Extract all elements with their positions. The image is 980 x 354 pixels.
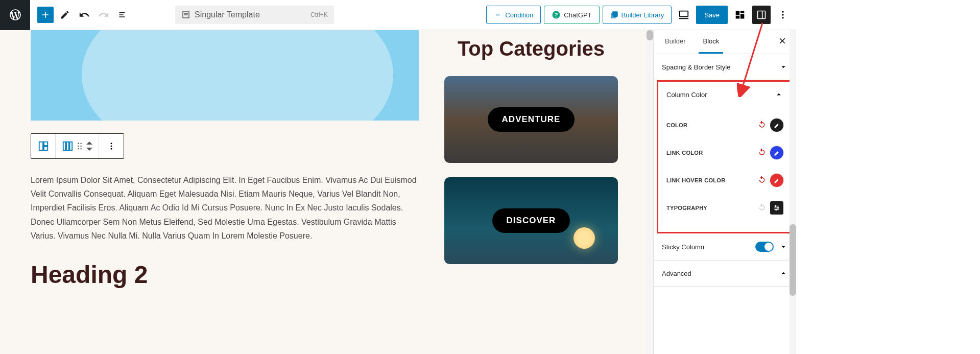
category-label: ADVENTURE <box>488 107 575 132</box>
svg-rect-13 <box>43 147 47 150</box>
link-color-label: LINK COLOR <box>666 150 703 156</box>
close-sidebar-button[interactable] <box>776 34 789 50</box>
drag-handle-icon[interactable] <box>77 143 82 150</box>
svg-rect-16 <box>70 142 73 151</box>
svg-rect-5 <box>736 16 740 19</box>
panel-sticky-column[interactable]: Sticky Column <box>654 233 796 260</box>
category-card-adventure[interactable]: ADVENTURE <box>444 76 618 163</box>
wordpress-logo[interactable] <box>0 0 30 30</box>
options-menu-button[interactable] <box>774 6 792 24</box>
edit-mode-button[interactable] <box>57 7 73 23</box>
category-label: DISCOVER <box>492 208 570 233</box>
condition-label: Condition <box>505 11 533 19</box>
view-desktop-button[interactable] <box>675 6 693 24</box>
block-options-button[interactable] <box>99 134 124 158</box>
svg-point-31 <box>776 209 777 210</box>
svg-point-19 <box>78 146 79 147</box>
command-bar[interactable]: Singular Template Ctrl+K <box>175 6 334 24</box>
builder-panel-button[interactable] <box>731 6 749 24</box>
svg-point-22 <box>80 148 81 149</box>
top-toolbar: Singular Template Ctrl+K Condition ChatG… <box>0 0 796 30</box>
sidebar-heading[interactable]: Top Categories <box>444 35 618 62</box>
tab-block[interactable]: Block <box>699 30 723 54</box>
typography-row: TYPOGRAPHY <box>666 194 783 222</box>
command-bar-shortcut: Ctrl+K <box>310 11 328 18</box>
redo-button[interactable] <box>95 7 112 23</box>
svg-point-9 <box>782 14 783 15</box>
reset-color-button[interactable] <box>758 120 766 130</box>
library-label: Builder Library <box>622 11 664 19</box>
template-icon <box>181 10 190 19</box>
chevron-up-icon <box>774 90 783 99</box>
library-icon <box>610 11 618 19</box>
block-toolbar <box>31 133 124 159</box>
block-type-button[interactable] <box>31 134 56 158</box>
canvas-scrollbar[interactable] <box>647 30 653 354</box>
color-swatch[interactable] <box>770 119 783 132</box>
close-icon <box>778 36 787 45</box>
svg-rect-15 <box>66 142 69 151</box>
link-color-row: LINK COLOR <box>666 139 783 167</box>
chevron-down-icon <box>779 242 788 251</box>
category-card-discover[interactable]: DISCOVER <box>444 177 618 264</box>
column-layout-button[interactable] <box>56 134 99 158</box>
link-color-swatch[interactable] <box>770 146 783 159</box>
svg-point-17 <box>78 143 79 144</box>
panel-color-label: Column Color <box>666 91 707 99</box>
svg-rect-3 <box>740 11 745 13</box>
save-button[interactable]: Save <box>696 6 728 24</box>
paragraph-block[interactable]: Lorem Ipsum Dolor Sit Amet, Consectetur … <box>31 173 419 243</box>
settings-panel-button[interactable] <box>752 6 771 24</box>
chatgpt-button[interactable]: ChatGPT <box>544 6 599 24</box>
sidebar-scrollbar[interactable] <box>790 30 796 354</box>
svg-rect-14 <box>63 142 66 151</box>
svg-point-24 <box>111 146 112 147</box>
svg-rect-1 <box>680 11 688 17</box>
sidebar-tabs: Builder Block <box>654 30 796 54</box>
svg-point-20 <box>80 146 81 147</box>
move-up-icon[interactable] <box>86 141 92 146</box>
svg-point-10 <box>782 17 783 18</box>
sticky-column-toggle[interactable] <box>755 242 774 252</box>
move-down-icon[interactable] <box>86 147 92 151</box>
link-hover-swatch[interactable] <box>770 174 783 187</box>
link-hover-label: LINK HOVER COLOR <box>666 177 725 183</box>
settings-sidebar: Builder Block Spacing & Border Style Col… <box>653 30 796 354</box>
svg-point-30 <box>777 207 778 208</box>
svg-rect-4 <box>740 14 745 18</box>
condition-button[interactable]: Condition <box>486 6 541 24</box>
reset-link-color-button[interactable] <box>758 148 766 158</box>
command-bar-label: Singular Template <box>195 10 260 19</box>
highlight-annotation: Column Color COLOR LINK COLOR <box>657 80 793 233</box>
svg-point-18 <box>80 143 81 144</box>
svg-point-23 <box>111 143 112 144</box>
panel-spacing-label: Spacing & Border Style <box>662 63 730 71</box>
svg-point-25 <box>111 148 112 150</box>
svg-rect-11 <box>39 142 42 151</box>
advanced-label: Advanced <box>662 270 691 277</box>
svg-point-21 <box>78 148 79 149</box>
svg-rect-12 <box>43 142 47 146</box>
svg-point-29 <box>775 205 776 206</box>
document-overview-button[interactable] <box>115 7 131 23</box>
color-label: COLOR <box>666 122 687 128</box>
image-placeholder[interactable] <box>31 30 419 121</box>
sticky-column-label: Sticky Column <box>662 243 704 251</box>
svg-rect-2 <box>736 11 740 15</box>
color-row: COLOR <box>666 111 783 139</box>
heading-block[interactable]: Heading 2 <box>31 261 419 289</box>
chevron-up-icon <box>779 269 788 278</box>
panel-spacing-border[interactable]: Spacing & Border Style <box>654 54 796 80</box>
link-hover-color-row: LINK HOVER COLOR <box>666 167 783 194</box>
typography-label: TYPOGRAPHY <box>666 205 707 211</box>
builder-library-button[interactable]: Builder Library <box>603 6 672 24</box>
editor-canvas[interactable]: Lorem Ipsum Dolor Sit Amet, Consectetur … <box>0 30 653 354</box>
typography-settings-button[interactable] <box>770 201 783 215</box>
add-block-button[interactable] <box>37 7 54 23</box>
reset-typography-button[interactable] <box>758 203 766 213</box>
undo-button[interactable] <box>76 7 92 23</box>
tab-builder[interactable]: Builder <box>661 30 689 54</box>
panel-column-color[interactable]: Column Color <box>658 82 792 107</box>
reset-link-hover-button[interactable] <box>758 175 766 185</box>
panel-advanced[interactable]: Advanced <box>654 261 796 286</box>
